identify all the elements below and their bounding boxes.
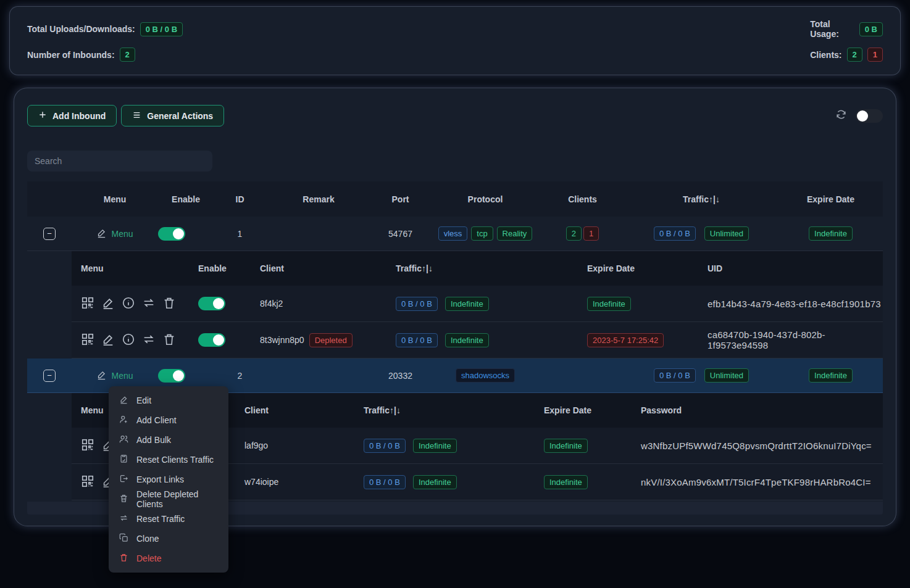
clone-icon: [119, 533, 128, 544]
col-remark: Remark: [266, 194, 371, 204]
collapse-row-button[interactable]: −: [43, 370, 56, 382]
add-inbound-button[interactable]: Add Inbound: [27, 105, 117, 126]
client-quota-badge: Indefinite: [445, 333, 489, 347]
general-actions-label: General Actions: [147, 111, 213, 121]
client-expire-badge: Indefinite: [587, 297, 631, 311]
stat-uploads-value: 0 B / 0 B: [140, 22, 183, 36]
col-port: Port: [371, 194, 430, 204]
sub-col-expire: Expire Date: [535, 405, 632, 415]
inbound-1-clients-table: Menu Enable Client Traffic↑|↓ Expire Dat…: [27, 251, 883, 358]
quota-badge: Unlimited: [704, 226, 749, 241]
qr-code-icon[interactable]: [81, 474, 94, 490]
client-expire-badge: 2023-5-7 17:25:42: [587, 333, 664, 347]
info-icon[interactable]: [122, 296, 135, 312]
inbound-2-menu-dropdown[interactable]: Menu: [72, 370, 158, 382]
col-enable: Enable: [158, 194, 214, 204]
menu-lines-icon: [132, 111, 141, 121]
client-row: 8t3wjnn8p0 Depleted 0 B / 0 B Indefinite…: [72, 322, 883, 358]
sub-col-client: Client: [235, 405, 354, 415]
menu-item-delete-depleted-clients[interactable]: Delete Depleted Clients: [109, 489, 228, 509]
client-row: 8f4kj2 0 B / 0 B Indefinite Indefinite e…: [72, 286, 883, 322]
inbound-2-enable-toggle[interactable]: [158, 369, 185, 383]
qr-code-icon[interactable]: [81, 438, 94, 453]
col-traffic-sort[interactable]: Traffic↑|↓: [624, 194, 779, 204]
sub-col-uid: UID: [698, 263, 883, 273]
client-expire-badge: Indefinite: [544, 439, 588, 453]
table-header-row: Menu Enable ID Remark Port Protocol Clie…: [27, 181, 883, 217]
menu-item-add-client[interactable]: Add Client: [109, 410, 228, 430]
inbound-1-port: 54767: [371, 229, 430, 239]
refresh-icon[interactable]: [835, 109, 847, 123]
edit-client-icon[interactable]: [101, 333, 115, 348]
clients-header-row: Menu Enable Client Traffic↑|↓ Expire Dat…: [72, 251, 883, 286]
plus-icon: [38, 110, 47, 121]
add-inbound-label: Add Inbound: [52, 111, 106, 121]
client-enable-toggle[interactable]: [198, 297, 225, 310]
stat-usage-value: 0 B: [859, 22, 883, 36]
sub-col-traffic[interactable]: Traffic↑|↓: [386, 263, 578, 273]
protocol-badge-shadowsocks: shadowsocks: [456, 368, 515, 383]
search-input[interactable]: [27, 151, 212, 172]
stat-uploads-label: Total Uploads/Downloads:: [27, 24, 135, 34]
stat-inbounds-label: Number of Inbounds:: [27, 50, 115, 60]
menu-item-add-bulk[interactable]: Add Bulk: [109, 430, 228, 450]
stats-card: Total Uploads/Downloads: 0 B / 0 B Total…: [9, 6, 901, 75]
reset-clients-traffic-icon: [119, 454, 128, 465]
trash-icon[interactable]: [162, 296, 176, 312]
client-traffic-badge: 0 B / 0 B: [364, 439, 406, 453]
stat-clients-active: 2: [847, 48, 862, 62]
client-traffic-badge: 0 B / 0 B: [364, 475, 406, 489]
add-bulk-icon: [119, 434, 128, 445]
reset-traffic-icon[interactable]: [142, 333, 156, 348]
inbound-1-menu-dropdown[interactable]: Menu: [72, 228, 158, 240]
sub-col-expire: Expire Date: [578, 263, 698, 273]
sub-col-traffic[interactable]: Traffic↑|↓: [354, 405, 535, 415]
protocol-badge-vless: vless: [438, 226, 468, 241]
traffic-badge: 0 B / 0 B: [654, 226, 696, 241]
trash-icon[interactable]: [162, 333, 176, 348]
client-enable-toggle[interactable]: [198, 333, 225, 347]
sub-indent: [27, 251, 72, 358]
sub-col-password: Password: [632, 405, 883, 415]
expire-badge: Indefinite: [809, 368, 853, 383]
sub-col-enable: Enable: [189, 263, 251, 273]
inbound-row-1[interactable]: − Menu 1 54767 vless tcp Reality 2 1 0 B: [27, 217, 883, 251]
protocol-badge-tcp: tcp: [471, 226, 493, 241]
menu-item-delete[interactable]: Delete: [109, 549, 228, 568]
general-actions-button[interactable]: General Actions: [121, 105, 224, 126]
quota-badge: Unlimited: [704, 368, 749, 383]
menu-item-export-links[interactable]: Export Links: [109, 470, 228, 489]
qr-code-icon[interactable]: [81, 333, 94, 348]
client-traffic-badge: 0 B / 0 B: [396, 333, 438, 347]
collapse-row-button[interactable]: −: [43, 228, 56, 240]
menu-item-clone[interactable]: Clone: [109, 529, 228, 549]
client-password: w3NfbzUPf5WWd745Q8pvsmQrdrttT2IO6knuI7Di…: [632, 441, 883, 451]
edit-client-icon[interactable]: [101, 296, 115, 312]
traffic-badge: 0 B / 0 B: [654, 368, 696, 383]
export-links-icon: [119, 474, 128, 485]
client-quota-badge: Indefinite: [413, 475, 457, 489]
menu-item-reset-clients-traffic[interactable]: Reset Clients Traffic: [109, 450, 228, 470]
menu-item-reset-traffic[interactable]: Reset Traffic: [109, 509, 228, 529]
client-name: w74ioipe: [235, 477, 354, 487]
sub-indent: [27, 393, 72, 500]
inbound-1-enable-toggle[interactable]: [158, 227, 185, 241]
menu-item-edit[interactable]: Edit: [109, 391, 228, 410]
col-menu: Menu: [72, 194, 158, 204]
inbound-context-menu: Edit Add Client Add Bulk Reset Clients T…: [109, 386, 228, 573]
client-expire-badge: Indefinite: [544, 475, 588, 489]
client-quota-badge: Indefinite: [413, 439, 457, 453]
stat-inbounds: Number of Inbounds: 2: [27, 48, 395, 62]
col-id: ID: [214, 194, 266, 204]
reset-traffic-icon[interactable]: [142, 296, 156, 312]
dark-mode-toggle[interactable]: [856, 109, 883, 123]
client-name: laf9go: [235, 441, 354, 450]
stat-inbounds-value: 2: [120, 48, 135, 62]
stat-uploads-downloads: Total Uploads/Downloads: 0 B / 0 B: [27, 19, 395, 39]
client-quota-badge: Indefinite: [445, 297, 489, 311]
info-icon[interactable]: [122, 333, 135, 348]
depleted-badge: Depleted: [309, 333, 353, 347]
client-name: 8f4kj2: [251, 299, 386, 308]
client-traffic-badge: 0 B / 0 B: [396, 297, 438, 311]
qr-code-icon[interactable]: [81, 296, 94, 312]
